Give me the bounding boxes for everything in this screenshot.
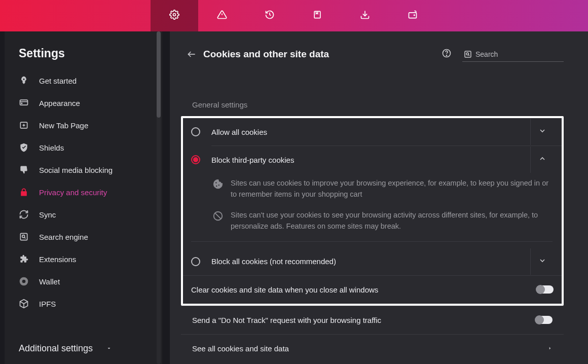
toggle-label: Clear cookies and site data when you clo…	[191, 285, 536, 294]
detail-text: Sites can use cookies to improve your br…	[231, 177, 553, 200]
sidebar-item-label: Privacy and security	[39, 188, 107, 197]
chevron-up-icon	[538, 155, 546, 165]
additional-settings-label: Additional settings	[19, 343, 93, 354]
setting-clear-on-close: Clear cookies and site data when you clo…	[183, 275, 562, 304]
help-button[interactable]	[439, 47, 454, 62]
sidebar-item-wallet[interactable]: Wallet	[5, 270, 162, 293]
sidebar-item-label: Get started	[39, 77, 77, 85]
radio-block-all[interactable]	[191, 257, 200, 266]
sidebar-item-appearance[interactable]: Appearance	[5, 92, 162, 114]
expand-block-all[interactable]	[530, 248, 554, 275]
sidebar-item-extensions[interactable]: Extensions	[5, 248, 162, 270]
search-field-wrap[interactable]	[462, 47, 564, 62]
link-see-all-cookies[interactable]: See all cookies and site data	[181, 334, 564, 362]
sidebar-item-search-engine[interactable]: Search engine	[5, 226, 162, 248]
svg-rect-13	[20, 233, 27, 240]
radio-label: Block all cookies (not recommended)	[211, 257, 530, 266]
cookie-option-block-all[interactable]: Block all cookies (not recommended)	[183, 248, 562, 275]
settings-icon	[169, 10, 179, 22]
sidebar-item-sync[interactable]: Sync	[5, 203, 162, 226]
toggle-label: Send a "Do Not Track" request with your …	[192, 316, 535, 324]
setting-do-not-track: Send a "Do Not Track" request with your …	[181, 306, 564, 334]
radio-label: Block third-party cookies	[211, 156, 530, 164]
toolbar-wallet[interactable]	[389, 0, 436, 31]
back-button[interactable]	[183, 46, 200, 63]
toolbar-warnings[interactable]	[198, 0, 246, 31]
svg-point-0	[173, 14, 176, 16]
rocket-icon	[19, 76, 29, 86]
additional-settings[interactable]: Additional settings	[5, 334, 155, 364]
svg-point-6	[414, 15, 415, 16]
svg-point-17	[22, 280, 26, 283]
cookie-icon	[212, 178, 224, 190]
extensions-icon	[19, 254, 29, 264]
toolbar-bookmarks[interactable]	[293, 0, 341, 31]
radio-allow-all[interactable]	[191, 127, 200, 136]
sidebar-nav: Get started Appearance New Tab Page	[5, 65, 162, 315]
sidebar-item-new-tab[interactable]: New Tab Page	[5, 114, 162, 136]
search-settings-icon	[19, 232, 29, 242]
svg-rect-7	[20, 100, 28, 105]
svg-rect-22	[465, 51, 471, 57]
thumbs-down-icon	[19, 165, 29, 175]
sidebar-item-label: Extensions	[39, 255, 76, 264]
wallet-icon	[408, 10, 418, 22]
sidebar-scrollbar[interactable]	[155, 31, 162, 364]
sidebar-item-ipfs[interactable]: IPFS	[5, 293, 162, 315]
page-title: Cookies and other site data	[203, 49, 439, 60]
radio-block-third-party[interactable]	[191, 155, 200, 164]
downloads-icon	[360, 10, 370, 22]
history-icon	[265, 10, 275, 22]
sidebar-item-label: Appearance	[39, 99, 80, 107]
svg-point-23	[466, 53, 469, 55]
new-tab-icon	[19, 120, 29, 130]
appearance-icon	[19, 98, 29, 108]
help-icon	[442, 48, 452, 60]
option-details: Sites can use cookies to improve your br…	[183, 173, 562, 253]
expand-allow-all[interactable]	[530, 119, 554, 145]
bookmarks-icon	[312, 10, 322, 22]
sidebar-item-get-started[interactable]: Get started	[5, 69, 162, 92]
link-label: See all cookies and site data	[192, 344, 547, 353]
block-icon	[212, 210, 224, 222]
sidebar-item-shields[interactable]: Shields	[5, 136, 162, 159]
cookie-option-block-third-party[interactable]: Block third-party cookies	[183, 146, 562, 173]
svg-line-24	[468, 55, 469, 56]
svg-point-21	[446, 55, 447, 56]
content: Cookies and other site data General sett…	[170, 31, 588, 364]
scrollbar-thumb[interactable]	[157, 31, 161, 118]
cookie-option-allow-all[interactable]: Allow all cookies	[183, 118, 562, 145]
page-header: Cookies and other site data	[181, 31, 564, 69]
chevron-right-icon	[547, 344, 553, 353]
search-in-page-icon	[463, 49, 472, 59]
sidebar-item-label: Search engine	[39, 233, 88, 241]
collapse-block-third-party[interactable]	[530, 147, 554, 173]
sidebar-item-label: New Tab Page	[39, 121, 88, 130]
svg-rect-5	[409, 13, 417, 18]
sidebar-item-label: Shields	[39, 143, 64, 152]
highlighted-settings-group: Allow all cookies Block third-party cook…	[181, 116, 564, 306]
toggle-clear-on-close[interactable]	[536, 285, 554, 294]
section-label: General settings	[192, 100, 564, 109]
chevron-down-icon	[538, 257, 546, 267]
sidebar: Settings Get started Appearance	[5, 31, 162, 364]
toolbar-history[interactable]	[246, 0, 293, 31]
warning-triangle-icon	[217, 10, 227, 22]
sidebar-item-label: Social media blocking	[39, 166, 113, 174]
sidebar-item-label: Wallet	[39, 277, 60, 286]
toolbar-settings[interactable]	[151, 0, 198, 31]
sidebar-container: Settings Get started Appearance	[0, 31, 170, 364]
sidebar-title: Settings	[5, 31, 162, 65]
detail-text: Sites can't use your cookies to see your…	[231, 209, 553, 232]
toolbar-downloads[interactable]	[341, 0, 389, 31]
shield-icon	[19, 142, 29, 153]
svg-line-15	[24, 237, 25, 238]
sidebar-item-privacy[interactable]: Privacy and security	[5, 181, 162, 203]
lock-icon	[19, 187, 29, 197]
radio-label: Allow all cookies	[211, 128, 530, 136]
chevron-down-icon	[106, 343, 112, 354]
search-input[interactable]	[475, 50, 564, 58]
top-spacer	[0, 0, 151, 31]
sidebar-item-social-blocking[interactable]: Social media blocking	[5, 159, 162, 181]
toggle-do-not-track[interactable]	[535, 316, 553, 324]
